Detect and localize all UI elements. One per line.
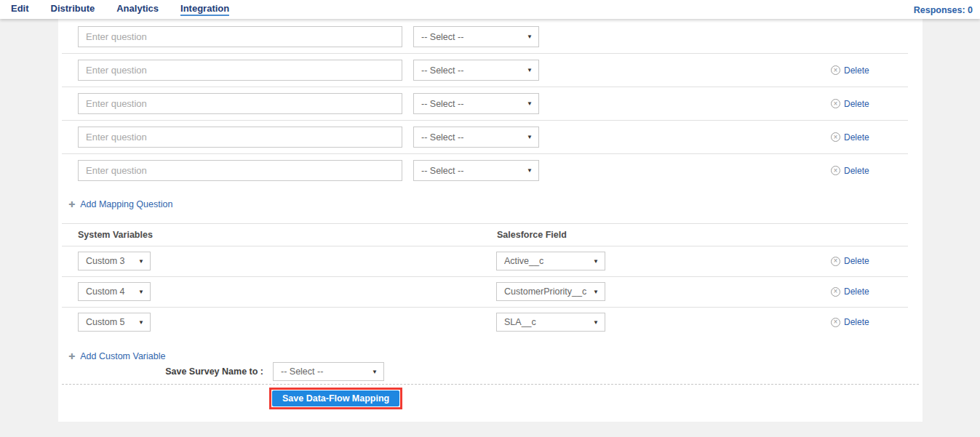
question-input[interactable] <box>78 160 402 181</box>
question-input[interactable] <box>78 60 402 81</box>
salesforce-field-select[interactable]: -- Select -- ▼ <box>413 60 539 81</box>
delete-row-button[interactable]: × Delete <box>831 256 869 266</box>
circle-x-icon: × <box>831 257 840 266</box>
row-divider <box>62 53 908 54</box>
select-value: Custom 5 <box>86 317 125 327</box>
delete-row-button[interactable]: × Delete <box>831 99 869 109</box>
salesforce-field-select[interactable]: -- Select -- ▼ <box>413 160 539 181</box>
add-custom-variable-link[interactable]: ✚ Add Custom Variable <box>68 351 165 361</box>
top-nav: Edit Distribute Analytics Integration Re… <box>0 0 980 19</box>
chevron-down-icon: ▼ <box>527 33 533 40</box>
annotation-highlight-box: Save Data-Flow Mapping <box>269 388 402 409</box>
question-input[interactable] <box>78 127 402 148</box>
plus-icon: ✚ <box>68 352 75 361</box>
delete-row-button[interactable]: × Delete <box>831 286 869 297</box>
custom-variable-row: Custom 4 ▼ CustomerPriority__c ▼ × Delet… <box>58 282 923 301</box>
delete-row-button[interactable]: × Delete <box>831 166 869 176</box>
add-mapping-question-link[interactable]: ✚ Add Mapping Question <box>68 199 172 209</box>
delete-label: Delete <box>844 317 869 327</box>
question-input[interactable] <box>78 26 402 47</box>
select-value: -- Select -- <box>281 366 323 377</box>
tab-edit[interactable]: Edit <box>11 4 29 16</box>
circle-x-icon: × <box>831 287 840 297</box>
save-survey-name-label: Save Survey Name to : <box>160 366 263 377</box>
delete-label: Delete <box>844 166 869 176</box>
tab-analytics[interactable]: Analytics <box>116 4 159 16</box>
select-value: -- Select -- <box>421 99 463 109</box>
save-survey-name-select[interactable]: -- Select -- ▼ <box>273 362 384 381</box>
save-data-flow-mapping-button[interactable]: Save Data-Flow Mapping <box>272 390 399 406</box>
select-value: Custom 3 <box>86 256 125 266</box>
chevron-down-icon: ▼ <box>527 67 533 73</box>
delete-row-button[interactable]: × Delete <box>831 132 869 143</box>
chevron-down-icon: ▼ <box>138 258 144 265</box>
row-divider <box>62 120 908 121</box>
salesforce-field-select[interactable]: SLA__c ▼ <box>496 313 605 332</box>
plus-icon: ✚ <box>68 200 75 209</box>
circle-x-icon: × <box>831 99 840 108</box>
salesforce-field-select[interactable]: -- Select -- ▼ <box>413 127 539 148</box>
section-dashed-divider <box>62 384 919 385</box>
mapping-question-row: -- Select -- ▼ × Delete <box>58 60 923 81</box>
row-divider <box>62 87 908 87</box>
select-value: -- Select -- <box>421 32 463 42</box>
select-value: Custom 4 <box>86 286 125 297</box>
select-value: CustomerPriority__c <box>504 286 586 297</box>
nav-right: Responses: 0 <box>914 3 980 16</box>
select-value: -- Select -- <box>421 132 463 143</box>
table-divider <box>62 246 908 246</box>
column-header-salesforce-field: Salesforce Field <box>497 230 567 240</box>
salesforce-field-select[interactable]: -- Select -- ▼ <box>413 26 539 47</box>
circle-x-icon: × <box>831 65 840 75</box>
add-custom-variable-label: Add Custom Variable <box>80 351 165 361</box>
table-divider <box>62 223 908 224</box>
select-value: Active__c <box>504 256 543 266</box>
circle-x-icon: × <box>831 132 840 142</box>
chevron-down-icon: ▼ <box>138 289 144 295</box>
chevron-down-icon: ▼ <box>138 319 144 326</box>
tab-distribute[interactable]: Distribute <box>51 4 95 16</box>
chevron-down-icon: ▼ <box>593 258 599 265</box>
custom-variable-row: Custom 5 ▼ SLA__c ▼ × Delete <box>58 313 923 332</box>
delete-label: Delete <box>844 286 869 297</box>
circle-x-icon: × <box>831 318 840 327</box>
row-divider <box>62 153 908 154</box>
question-input[interactable] <box>78 93 402 114</box>
custom-variable-row: Custom 3 ▼ Active__c ▼ × Delete <box>58 252 923 270</box>
select-value: SLA__c <box>504 317 536 327</box>
delete-label: Delete <box>844 99 869 109</box>
circle-x-icon: × <box>831 166 840 175</box>
page: Edit Distribute Analytics Integration Re… <box>0 0 980 437</box>
chevron-down-icon: ▼ <box>527 100 533 107</box>
chevron-down-icon: ▼ <box>593 319 599 326</box>
salesforce-field-select[interactable]: Active__c ▼ <box>496 252 605 270</box>
delete-label: Delete <box>844 132 869 143</box>
mapping-question-row: -- Select -- ▼ × Delete <box>58 127 923 148</box>
responses-link[interactable]: Responses: 0 <box>914 5 973 15</box>
chevron-down-icon: ▼ <box>527 134 533 140</box>
salesforce-field-select[interactable]: -- Select -- ▼ <box>413 93 539 114</box>
tab-integration[interactable]: Integration <box>180 4 229 16</box>
column-header-system-variables: System Variables <box>78 230 153 240</box>
system-variable-select[interactable]: Custom 3 ▼ <box>78 252 151 270</box>
delete-row-button[interactable]: × Delete <box>831 65 869 76</box>
row-divider <box>62 276 908 277</box>
mapping-question-row: -- Select -- ▼ <box>58 26 923 47</box>
delete-label: Delete <box>844 256 869 266</box>
content-panel: -- Select -- ▼ -- Select -- ▼ × Delete -… <box>58 19 923 422</box>
chevron-down-icon: ▼ <box>527 167 533 174</box>
nav-tabs: Edit Distribute Analytics Integration <box>0 0 229 19</box>
system-variable-select[interactable]: Custom 4 ▼ <box>78 282 151 301</box>
salesforce-field-select[interactable]: CustomerPriority__c ▼ <box>496 282 605 301</box>
chevron-down-icon: ▼ <box>593 289 599 295</box>
system-variable-select[interactable]: Custom 5 ▼ <box>78 313 151 332</box>
select-value: -- Select -- <box>421 166 463 176</box>
select-value: -- Select -- <box>421 65 463 76</box>
add-mapping-question-label: Add Mapping Question <box>80 199 172 209</box>
delete-label: Delete <box>844 65 869 76</box>
row-divider <box>62 307 908 308</box>
mapping-question-row: -- Select -- ▼ × Delete <box>58 93 923 114</box>
mapping-question-row: -- Select -- ▼ × Delete <box>58 160 923 181</box>
chevron-down-icon: ▼ <box>372 369 378 375</box>
delete-row-button[interactable]: × Delete <box>831 317 869 327</box>
